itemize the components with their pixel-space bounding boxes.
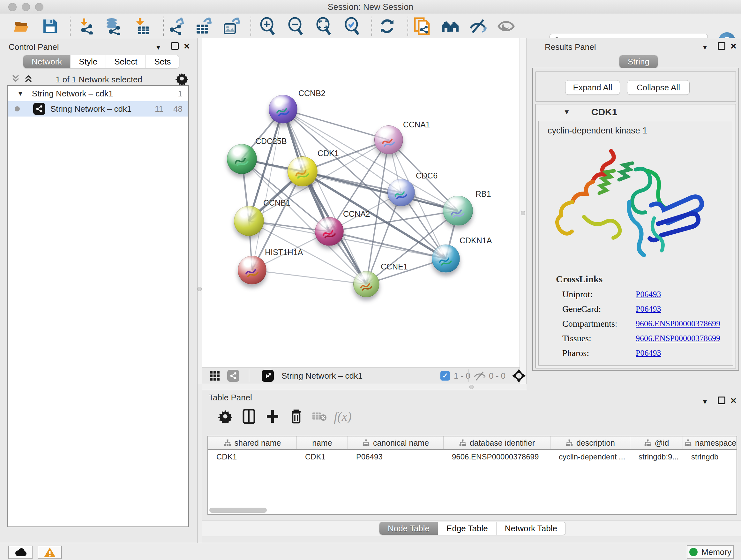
network-node-ccne1[interactable] [353, 271, 380, 297]
create-column-button[interactable] [262, 406, 283, 427]
crosslink-value[interactable]: P06493 [636, 348, 661, 358]
column-header-database-identifier[interactable]: database identifier [444, 436, 550, 449]
crosslink-value[interactable]: 9606.ENSP00000378699 [636, 334, 720, 343]
export-network-button[interactable] [167, 17, 185, 35]
expander-triangle-icon[interactable]: ▼ [563, 108, 570, 116]
splitter-handle[interactable] [469, 385, 474, 389]
column-header-description[interactable]: description [550, 436, 630, 449]
warnings-button[interactable] [38, 546, 62, 559]
network-from-selection-button[interactable] [413, 17, 431, 35]
table-cell[interactable]: stringdb [683, 450, 737, 464]
string-view-button[interactable] [227, 368, 239, 384]
network-node-ccnb1[interactable] [234, 206, 264, 236]
hide-selected-button[interactable] [469, 17, 488, 35]
collapse-all-button[interactable]: Collapse All [627, 80, 690, 95]
close-panel-icon[interactable]: × [184, 40, 190, 52]
splitter-handle[interactable] [197, 287, 202, 291]
hidden-count-indicator[interactable]: 0 - 0 [474, 368, 506, 384]
crosslink-value[interactable]: 9606.ENSP00000378699 [636, 319, 720, 328]
gene-section-header[interactable]: ▼ CDK1 [536, 105, 736, 120]
close-panel-icon[interactable]: × [731, 40, 737, 52]
column-header-name[interactable]: name [297, 436, 348, 449]
tab-select[interactable]: Select [106, 55, 146, 68]
network-view[interactable]: CCNB2CCNA1CDC25BCDK1CDC6RB1CCNB1CCNA2CDK… [202, 38, 520, 367]
zoom-out-button[interactable] [286, 17, 305, 35]
table-settings-button[interactable] [215, 406, 235, 427]
network-node-cdk1[interactable] [287, 157, 318, 186]
minimize-window-icon[interactable] [22, 3, 30, 11]
network-edge[interactable] [302, 172, 446, 259]
table-cell[interactable]: CDK1 [297, 450, 348, 464]
column-header-canonical-name[interactable]: canonical name [348, 436, 444, 449]
zoom-fit-button[interactable] [314, 17, 333, 35]
table-cell[interactable]: P06493 [348, 450, 444, 464]
network-node-rb1[interactable] [443, 196, 473, 226]
network-node-ccna2[interactable] [315, 217, 344, 246]
navigator-button[interactable] [512, 368, 526, 384]
import-table-button[interactable] [133, 17, 151, 35]
expander-triangle-icon[interactable]: ▼ [17, 90, 23, 98]
tab-network[interactable]: Network [23, 55, 71, 68]
export-image-button[interactable] [222, 17, 240, 35]
table-cell[interactable]: 9606.ENSP00000378699 [444, 450, 550, 464]
save-session-button[interactable] [41, 17, 59, 35]
tab-style[interactable]: Style [71, 55, 106, 68]
close-window-icon[interactable] [8, 3, 17, 11]
panel-menu-icon[interactable]: ▾ [156, 43, 160, 52]
network-node-hist1h1a[interactable] [238, 256, 266, 285]
delete-table-button[interactable] [309, 406, 329, 427]
node-table[interactable]: shared namenamecanonical namedatabase id… [207, 436, 737, 515]
network-edge[interactable] [252, 270, 366, 284]
tab-sets[interactable]: Sets [146, 55, 179, 68]
selected-count-indicator[interactable]: ✓ 1 - 0 [441, 368, 470, 384]
collapse-all-chevron-icon[interactable] [11, 74, 21, 83]
network-node-cdc6[interactable] [387, 179, 415, 206]
column-header-shared-name[interactable]: shared name [208, 436, 297, 449]
cloud-status-button[interactable] [8, 546, 32, 559]
network-node-ccna1[interactable] [374, 125, 403, 154]
tab-network-table[interactable]: Network Table [496, 522, 565, 535]
delete-column-button[interactable] [286, 406, 307, 427]
birds-eye-view-button[interactable] [262, 368, 274, 384]
table-cell[interactable]: stringdb:9... [630, 450, 683, 464]
network-edge[interactable] [329, 232, 446, 259]
network-row-selected[interactable]: String Network – cdk1 11 48 [8, 101, 188, 117]
network-collection-row[interactable]: ▼ String Network – cdk1 1 [8, 86, 188, 101]
zoom-selected-button[interactable] [343, 17, 361, 35]
grid-view-button[interactable] [209, 368, 220, 384]
horizontal-scrollbar[interactable] [209, 508, 267, 513]
network-node-cdc25b[interactable] [227, 144, 257, 174]
show-hidden-button[interactable] [497, 17, 515, 35]
network-edge[interactable] [283, 109, 366, 284]
tab-edge-table[interactable]: Edge Table [438, 522, 496, 535]
show-columns-button[interactable] [239, 406, 259, 427]
column-header--id[interactable]: @id [630, 436, 683, 449]
table-row[interactable]: CDK1CDK1P064939606.ENSP00000378699cyclin… [208, 450, 737, 464]
table-cell[interactable]: cyclin-dependent ... [550, 450, 630, 464]
tab-node-table[interactable]: Node Table [380, 522, 438, 535]
splitter-handle[interactable] [521, 211, 525, 215]
memory-button[interactable]: Memory [687, 545, 734, 559]
import-network-file-button[interactable] [77, 17, 96, 35]
panel-menu-icon[interactable]: ▾ [703, 43, 707, 52]
zoom-in-button[interactable] [258, 17, 277, 35]
float-panel-icon[interactable] [171, 42, 179, 52]
table-cell[interactable]: CDK1 [208, 450, 297, 464]
network-node-cdkn1a[interactable] [432, 245, 460, 273]
column-header-namespace[interactable]: namespace [683, 436, 737, 449]
network-node-ccnb2[interactable] [269, 95, 297, 124]
crosslink-value[interactable]: P06493 [636, 304, 661, 314]
right-splitter[interactable] [520, 38, 527, 384]
expand-all-chevron-icon[interactable] [23, 74, 34, 83]
function-builder-button[interactable]: f(x) [333, 406, 353, 427]
refresh-button[interactable] [378, 17, 396, 35]
open-session-button[interactable] [13, 17, 31, 35]
left-splitter[interactable] [198, 38, 202, 384]
export-table-button[interactable] [194, 17, 212, 35]
houses-button[interactable] [441, 17, 460, 35]
expand-all-button[interactable]: Expand All [565, 80, 620, 95]
float-panel-icon[interactable] [718, 42, 725, 52]
gear-icon[interactable] [176, 72, 188, 85]
maximize-window-icon[interactable] [35, 3, 44, 11]
crosslink-value[interactable]: P06493 [636, 290, 661, 299]
